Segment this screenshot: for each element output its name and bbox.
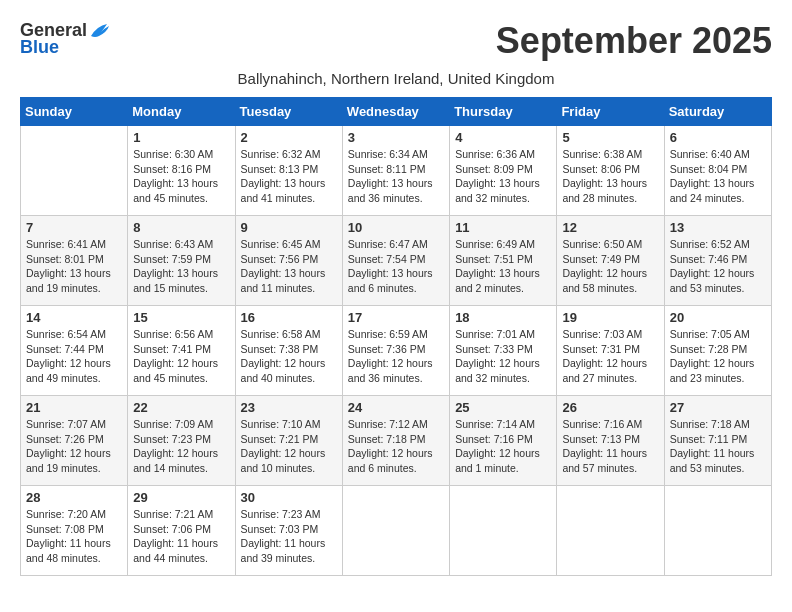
cell-details: Sunrise: 6:58 AM Sunset: 7:38 PM Dayligh… (241, 327, 337, 386)
cell-details: Sunrise: 6:30 AM Sunset: 8:16 PM Dayligh… (133, 147, 229, 206)
calendar-cell: 1Sunrise: 6:30 AM Sunset: 8:16 PM Daylig… (128, 126, 235, 216)
calendar-cell: 29Sunrise: 7:21 AM Sunset: 7:06 PM Dayli… (128, 486, 235, 576)
calendar-table: SundayMondayTuesdayWednesdayThursdayFrid… (20, 97, 772, 576)
calendar-cell: 8Sunrise: 6:43 AM Sunset: 7:59 PM Daylig… (128, 216, 235, 306)
calendar-cell: 15Sunrise: 6:56 AM Sunset: 7:41 PM Dayli… (128, 306, 235, 396)
cell-details: Sunrise: 6:50 AM Sunset: 7:49 PM Dayligh… (562, 237, 658, 296)
cell-details: Sunrise: 6:32 AM Sunset: 8:13 PM Dayligh… (241, 147, 337, 206)
day-number: 4 (455, 130, 551, 145)
cell-details: Sunrise: 7:23 AM Sunset: 7:03 PM Dayligh… (241, 507, 337, 566)
calendar-header: SundayMondayTuesdayWednesdayThursdayFrid… (21, 98, 772, 126)
month-year-title: September 2025 (496, 20, 772, 62)
cell-details: Sunrise: 7:18 AM Sunset: 7:11 PM Dayligh… (670, 417, 766, 476)
day-header-friday: Friday (557, 98, 664, 126)
calendar-cell: 21Sunrise: 7:07 AM Sunset: 7:26 PM Dayli… (21, 396, 128, 486)
day-number: 6 (670, 130, 766, 145)
logo-blue-text: Blue (20, 37, 59, 58)
cell-details: Sunrise: 6:38 AM Sunset: 8:06 PM Dayligh… (562, 147, 658, 206)
day-header-monday: Monday (128, 98, 235, 126)
calendar-cell: 25Sunrise: 7:14 AM Sunset: 7:16 PM Dayli… (450, 396, 557, 486)
calendar-cell (21, 126, 128, 216)
calendar-cell (664, 486, 771, 576)
calendar-cell: 4Sunrise: 6:36 AM Sunset: 8:09 PM Daylig… (450, 126, 557, 216)
calendar-cell: 19Sunrise: 7:03 AM Sunset: 7:31 PM Dayli… (557, 306, 664, 396)
cell-details: Sunrise: 7:03 AM Sunset: 7:31 PM Dayligh… (562, 327, 658, 386)
calendar-cell: 3Sunrise: 6:34 AM Sunset: 8:11 PM Daylig… (342, 126, 449, 216)
cell-details: Sunrise: 7:09 AM Sunset: 7:23 PM Dayligh… (133, 417, 229, 476)
cell-details: Sunrise: 6:34 AM Sunset: 8:11 PM Dayligh… (348, 147, 444, 206)
day-number: 26 (562, 400, 658, 415)
day-number: 24 (348, 400, 444, 415)
day-number: 27 (670, 400, 766, 415)
day-number: 3 (348, 130, 444, 145)
day-number: 20 (670, 310, 766, 325)
logo: General Blue (20, 20, 111, 58)
day-number: 29 (133, 490, 229, 505)
cell-details: Sunrise: 6:45 AM Sunset: 7:56 PM Dayligh… (241, 237, 337, 296)
calendar-cell: 26Sunrise: 7:16 AM Sunset: 7:13 PM Dayli… (557, 396, 664, 486)
day-number: 25 (455, 400, 551, 415)
day-number: 16 (241, 310, 337, 325)
calendar-cell: 28Sunrise: 7:20 AM Sunset: 7:08 PM Dayli… (21, 486, 128, 576)
day-number: 1 (133, 130, 229, 145)
title-block: September 2025 (496, 20, 772, 62)
day-number: 11 (455, 220, 551, 235)
calendar-cell (450, 486, 557, 576)
calendar-cell: 11Sunrise: 6:49 AM Sunset: 7:51 PM Dayli… (450, 216, 557, 306)
calendar-cell: 17Sunrise: 6:59 AM Sunset: 7:36 PM Dayli… (342, 306, 449, 396)
day-number: 10 (348, 220, 444, 235)
cell-details: Sunrise: 6:59 AM Sunset: 7:36 PM Dayligh… (348, 327, 444, 386)
calendar-cell: 9Sunrise: 6:45 AM Sunset: 7:56 PM Daylig… (235, 216, 342, 306)
day-number: 21 (26, 400, 122, 415)
location-subtitle: Ballynahinch, Northern Ireland, United K… (20, 70, 772, 87)
calendar-cell: 20Sunrise: 7:05 AM Sunset: 7:28 PM Dayli… (664, 306, 771, 396)
week-row-2: 7Sunrise: 6:41 AM Sunset: 8:01 PM Daylig… (21, 216, 772, 306)
logo-bird-icon (89, 22, 111, 40)
week-row-1: 1Sunrise: 6:30 AM Sunset: 8:16 PM Daylig… (21, 126, 772, 216)
cell-details: Sunrise: 6:43 AM Sunset: 7:59 PM Dayligh… (133, 237, 229, 296)
day-number: 22 (133, 400, 229, 415)
cell-details: Sunrise: 7:21 AM Sunset: 7:06 PM Dayligh… (133, 507, 229, 566)
calendar-cell: 23Sunrise: 7:10 AM Sunset: 7:21 PM Dayli… (235, 396, 342, 486)
day-number: 9 (241, 220, 337, 235)
cell-details: Sunrise: 7:14 AM Sunset: 7:16 PM Dayligh… (455, 417, 551, 476)
calendar-cell: 14Sunrise: 6:54 AM Sunset: 7:44 PM Dayli… (21, 306, 128, 396)
day-number: 14 (26, 310, 122, 325)
day-number: 28 (26, 490, 122, 505)
day-number: 7 (26, 220, 122, 235)
header: General Blue September 2025 (20, 20, 772, 62)
calendar-cell: 2Sunrise: 6:32 AM Sunset: 8:13 PM Daylig… (235, 126, 342, 216)
calendar-cell: 10Sunrise: 6:47 AM Sunset: 7:54 PM Dayli… (342, 216, 449, 306)
day-header-saturday: Saturday (664, 98, 771, 126)
day-number: 13 (670, 220, 766, 235)
day-header-wednesday: Wednesday (342, 98, 449, 126)
calendar-cell: 5Sunrise: 6:38 AM Sunset: 8:06 PM Daylig… (557, 126, 664, 216)
cell-details: Sunrise: 7:07 AM Sunset: 7:26 PM Dayligh… (26, 417, 122, 476)
cell-details: Sunrise: 7:10 AM Sunset: 7:21 PM Dayligh… (241, 417, 337, 476)
day-header-sunday: Sunday (21, 98, 128, 126)
calendar-cell: 12Sunrise: 6:50 AM Sunset: 7:49 PM Dayli… (557, 216, 664, 306)
calendar-cell: 18Sunrise: 7:01 AM Sunset: 7:33 PM Dayli… (450, 306, 557, 396)
cell-details: Sunrise: 6:56 AM Sunset: 7:41 PM Dayligh… (133, 327, 229, 386)
calendar-cell: 16Sunrise: 6:58 AM Sunset: 7:38 PM Dayli… (235, 306, 342, 396)
calendar-cell: 27Sunrise: 7:18 AM Sunset: 7:11 PM Dayli… (664, 396, 771, 486)
cell-details: Sunrise: 6:36 AM Sunset: 8:09 PM Dayligh… (455, 147, 551, 206)
day-number: 12 (562, 220, 658, 235)
week-row-4: 21Sunrise: 7:07 AM Sunset: 7:26 PM Dayli… (21, 396, 772, 486)
cell-details: Sunrise: 6:40 AM Sunset: 8:04 PM Dayligh… (670, 147, 766, 206)
calendar-cell: 24Sunrise: 7:12 AM Sunset: 7:18 PM Dayli… (342, 396, 449, 486)
calendar-cell: 7Sunrise: 6:41 AM Sunset: 8:01 PM Daylig… (21, 216, 128, 306)
week-row-3: 14Sunrise: 6:54 AM Sunset: 7:44 PM Dayli… (21, 306, 772, 396)
calendar-cell (557, 486, 664, 576)
day-number: 2 (241, 130, 337, 145)
cell-details: Sunrise: 7:05 AM Sunset: 7:28 PM Dayligh… (670, 327, 766, 386)
day-number: 30 (241, 490, 337, 505)
day-number: 15 (133, 310, 229, 325)
day-number: 18 (455, 310, 551, 325)
cell-details: Sunrise: 6:54 AM Sunset: 7:44 PM Dayligh… (26, 327, 122, 386)
calendar-cell (342, 486, 449, 576)
day-number: 19 (562, 310, 658, 325)
cell-details: Sunrise: 7:01 AM Sunset: 7:33 PM Dayligh… (455, 327, 551, 386)
cell-details: Sunrise: 7:16 AM Sunset: 7:13 PM Dayligh… (562, 417, 658, 476)
day-header-tuesday: Tuesday (235, 98, 342, 126)
